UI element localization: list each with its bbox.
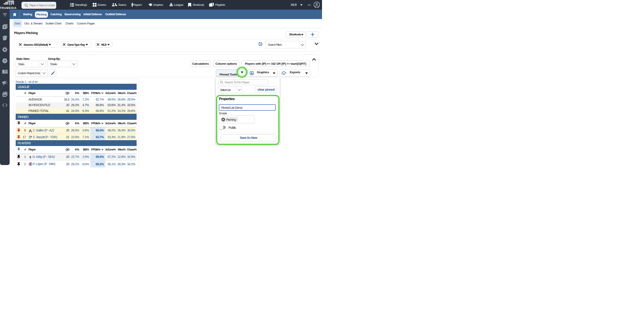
- svg-text:S: S: [29, 156, 31, 159]
- svg-text:?: ?: [4, 59, 6, 63]
